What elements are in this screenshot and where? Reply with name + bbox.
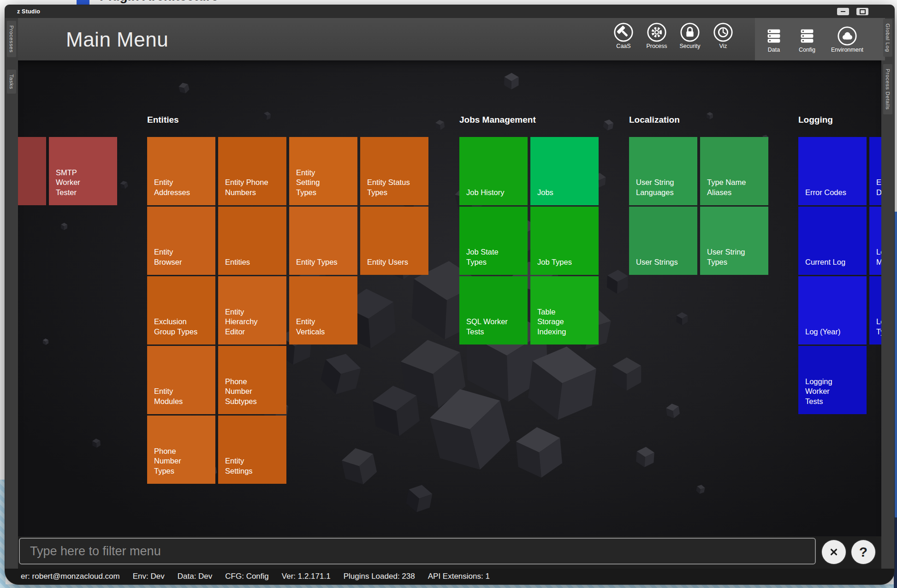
- header-toolbar: CaaS Process Security: [608, 22, 738, 49]
- hammer-icon: [613, 22, 634, 43]
- tile-entity-verticals[interactable]: Entity Verticals: [289, 276, 357, 344]
- tile-label: Log (Year): [805, 327, 864, 337]
- config-button[interactable]: Config: [792, 25, 822, 53]
- lock-icon: [679, 22, 701, 43]
- tile-lo-ty[interactable]: Lo Ty: [869, 276, 881, 344]
- header-modes-panel: Data Config Environment: [755, 18, 885, 60]
- tile-table-storage-indexing[interactable]: Table Storage Indexing: [530, 276, 599, 344]
- security-button[interactable]: Security: [675, 22, 705, 49]
- status-segment: Data: Dev: [178, 572, 213, 581]
- tile-label: Exclusion Group Types: [154, 317, 213, 337]
- tile-label: Entity Addresses: [154, 178, 213, 197]
- tile-label: Entity Hierarchy Editor: [225, 307, 284, 337]
- tile-label: User String Languages: [636, 178, 695, 197]
- tile-entity-setting-types[interactable]: Entity Setting Types: [289, 137, 357, 205]
- tile-label: Phone Number Subtypes: [225, 377, 284, 406]
- tile-entity-addresses[interactable]: Entity Addresses: [147, 137, 215, 205]
- right-dock: Global Log Process Details: [881, 18, 894, 584]
- group-title-jobs-management: Jobs Management: [459, 115, 536, 125]
- tile-phone-number-subtypes[interactable]: Phone Number Subtypes: [218, 346, 286, 414]
- tile-label: Logging Worker Tests: [805, 377, 864, 406]
- status-bar: er: robert@monzacloud.comEnv: DevData: D…: [5, 569, 894, 584]
- tile-logging-worker-tests[interactable]: Logging Worker Tests: [798, 346, 867, 414]
- maximize-icon: [860, 9, 866, 14]
- viz-button[interactable]: Viz: [708, 22, 738, 49]
- tile-job-history[interactable]: Job History: [459, 137, 528, 205]
- tile-entity-phone-numbers[interactable]: Entity Phone Numbers: [218, 137, 286, 205]
- left-dock: Processes Tasks: [5, 18, 18, 584]
- tile-current-log[interactable]: Current Log: [798, 207, 867, 275]
- tile-entity-status-types[interactable]: Entity Status Types: [360, 137, 428, 205]
- tile-label: Error Codes: [805, 188, 864, 197]
- window-title: z Studio: [17, 8, 40, 15]
- filter-input-box: [19, 538, 816, 564]
- tile-entity-types[interactable]: Entity Types: [289, 207, 357, 275]
- tile-label: Job History: [466, 188, 525, 197]
- status-segment: er: robert@monzacloud.com: [21, 572, 120, 581]
- tile-log-year[interactable]: Log (Year): [798, 276, 867, 344]
- tile-err-do[interactable]: Err Do: [869, 137, 881, 205]
- background-window-fragment: Plugin Architecture: [0, 0, 897, 5]
- minimize-button[interactable]: [837, 8, 849, 15]
- status-segment: Ver: 1.2.171.1: [282, 572, 331, 581]
- tile-user-string-types[interactable]: User String Types: [700, 207, 768, 275]
- tile-label: User Strings: [636, 257, 695, 267]
- tab-process-details[interactable]: Process Details: [883, 64, 892, 114]
- tile-exclusion-group-types[interactable]: Exclusion Group Types: [147, 276, 215, 344]
- tile-label: Job State Types: [466, 247, 525, 267]
- tile-entity-browser[interactable]: Entity Browser: [147, 207, 215, 275]
- clear-filter-button[interactable]: [822, 540, 846, 564]
- tile-label: Entity Setting Types: [296, 168, 355, 197]
- tile-entity-settings[interactable]: Entity Settings: [218, 416, 286, 484]
- tile-label: Entity Modules: [154, 386, 213, 406]
- tile-label: Entity Browser: [154, 247, 213, 267]
- tile-label: Table Storage Indexing: [537, 307, 596, 337]
- data-button[interactable]: Data: [759, 25, 789, 53]
- tile-entity-users[interactable]: Entity Users: [360, 207, 428, 275]
- tile-job-state-types[interactable]: Job State Types: [459, 207, 528, 275]
- maximize-button[interactable]: [856, 8, 868, 15]
- tile-label: Entity Settings: [225, 456, 284, 476]
- tab-processes[interactable]: Processes: [7, 21, 16, 57]
- tile-user-string-languages[interactable]: User String Languages: [629, 137, 697, 205]
- process-button[interactable]: Process: [642, 22, 672, 49]
- background-stripes-bottom: [0, 584, 897, 588]
- tile-smtp-worker-tester[interactable]: SMTP Worker Tester: [49, 137, 117, 205]
- background-heading-fragment: Plugin Architecture: [100, 0, 218, 4]
- tile-entity-modules[interactable]: Entity Modules: [147, 346, 215, 414]
- tile-lo-m[interactable]: Lo M: [869, 207, 881, 275]
- clock-icon: [713, 22, 734, 43]
- background-bullet-square: [77, 0, 89, 5]
- tile-jobs[interactable]: Jobs: [530, 137, 599, 205]
- tile-label: Entity Phone Numbers: [225, 178, 284, 197]
- environment-button[interactable]: Environment: [825, 25, 869, 53]
- tab-tasks[interactable]: Tasks: [7, 70, 16, 94]
- tile-type-name-aliases[interactable]: Type Name Aliases: [700, 137, 768, 205]
- status-bar-text: er: robert@monzacloud.comEnv: DevData: D…: [21, 572, 503, 581]
- filter-input[interactable]: [29, 544, 806, 559]
- data-label: Data: [768, 47, 780, 53]
- help-button[interactable]: ?: [851, 540, 875, 564]
- help-icon: ?: [859, 545, 867, 559]
- tile-label: Entity Types: [296, 257, 355, 267]
- tab-global-log[interactable]: Global Log: [883, 19, 892, 57]
- caas-label: CaaS: [616, 43, 630, 49]
- tile-entities[interactable]: Entities: [218, 207, 286, 275]
- tile-phone-number-types[interactable]: Phone Number Types: [147, 416, 215, 484]
- tile-label: Entities: [225, 257, 284, 267]
- tile-workers-partial[interactable]: [18, 137, 46, 205]
- titlebar[interactable]: z Studio: [5, 5, 894, 18]
- filter-bar: ?: [18, 536, 881, 569]
- tile-label: User String Types: [707, 247, 766, 267]
- tile-error-codes[interactable]: Error Codes: [798, 137, 867, 205]
- caas-button[interactable]: CaaS: [608, 22, 639, 49]
- tile-sql-worker-tests[interactable]: SQL Worker Tests: [459, 276, 528, 344]
- tile-user-strings[interactable]: User Strings: [629, 207, 697, 275]
- tile-job-types[interactable]: Job Types: [530, 207, 599, 275]
- tile-label: Phone Number Types: [154, 446, 213, 476]
- tile-entity-hierarchy-editor[interactable]: Entity Hierarchy Editor: [218, 276, 286, 344]
- tile-label: Lo M: [876, 247, 881, 267]
- app-window: z Studio Main Menu CaaS: [5, 5, 895, 585]
- status-segment: CFG: Config: [225, 572, 268, 581]
- group-title-logging: Logging: [798, 115, 833, 125]
